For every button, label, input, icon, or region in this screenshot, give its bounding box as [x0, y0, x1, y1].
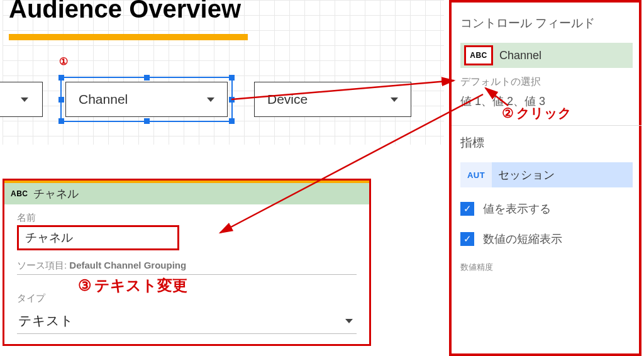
abbreviate-row[interactable]: ✓ 数値の短縮表示: [460, 231, 633, 247]
resize-handle[interactable]: [144, 118, 150, 124]
type-label: タイプ: [17, 292, 357, 304]
name-label: 名前: [17, 212, 357, 224]
source-field: ソース項目: Default Channel Grouping: [17, 260, 357, 275]
chevron-down-icon: [21, 97, 28, 102]
resize-handle[interactable]: [229, 97, 235, 103]
field-editor-panel: ABC チャネル 名前 チャネル ソース項目: Default Channel …: [3, 179, 371, 346]
field-editor-header: ABC チャネル: [4, 183, 369, 204]
show-value-row[interactable]: ✓ 値を表示する: [460, 201, 633, 216]
type-select-value: テキスト: [18, 312, 74, 330]
chevron-down-icon: [345, 319, 353, 323]
report-canvas[interactable]: Audience Overview Channel Device: [3, 0, 444, 145]
selection-box[interactable]: [60, 77, 233, 122]
metric-field-row[interactable]: AUT セッション: [460, 162, 633, 187]
type-select[interactable]: テキスト: [17, 307, 357, 334]
title-underline: [9, 34, 248, 40]
divider: [452, 125, 641, 126]
default-selection-label: デフォルトの選択: [460, 75, 633, 89]
resize-handle[interactable]: [58, 75, 64, 81]
metric-title: 指標: [460, 135, 633, 151]
chevron-down-icon: [391, 97, 398, 102]
resize-handle[interactable]: [144, 75, 150, 81]
control-field-row[interactable]: ABC Channel: [460, 43, 633, 68]
resize-handle[interactable]: [58, 97, 64, 103]
default-values-hint[interactable]: 値 1、値 2、値 3: [460, 94, 633, 109]
precision-label: 数値精度: [460, 262, 633, 273]
properties-panel: コントロール フィールド ABC Channel デフォルトの選択 値 1、値 …: [449, 0, 641, 356]
abc-type-button[interactable]: ABC: [464, 45, 493, 65]
name-input[interactable]: チャネル: [17, 225, 179, 250]
name-input-value: チャネル: [25, 230, 73, 246]
control-field-name: Channel: [499, 49, 541, 62]
page-title: Audience Overview: [9, 0, 241, 23]
resize-handle[interactable]: [58, 118, 64, 124]
metric-name: セッション: [498, 167, 555, 182]
abbreviate-label: 数値の短縮表示: [483, 231, 562, 247]
field-editor-title: チャネル: [33, 186, 79, 201]
checkbox-checked-icon[interactable]: ✓: [460, 202, 474, 216]
resize-handle[interactable]: [229, 118, 235, 124]
dropdown-partial[interactable]: [0, 82, 43, 117]
dropdown-device[interactable]: Device: [254, 82, 411, 117]
checkbox-checked-icon[interactable]: ✓: [460, 232, 474, 246]
aut-type-icon: AUT: [460, 162, 492, 187]
dropdown-device-label: Device: [267, 92, 308, 107]
show-value-label: 値を表示する: [483, 201, 551, 216]
control-field-title: コントロール フィールド: [460, 15, 633, 31]
abc-type-icon: ABC: [11, 189, 28, 198]
resize-handle[interactable]: [229, 75, 235, 81]
